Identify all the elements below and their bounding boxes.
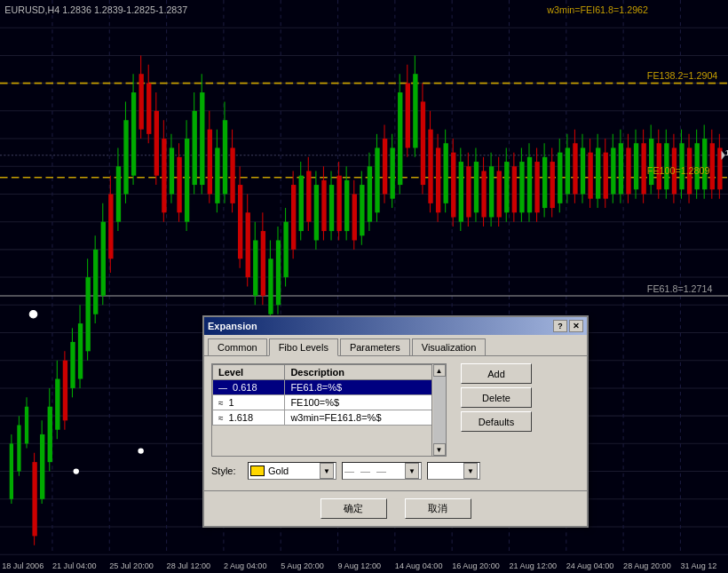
svg-text:21 Aug 12:00: 21 Aug 12:00: [509, 561, 557, 570]
tab-visualization[interactable]: Visualization: [412, 338, 487, 355]
svg-text:24 Aug 04:00: 24 Aug 04:00: [566, 561, 614, 570]
levels-table-wrapper: Level Description — 0.: [211, 363, 447, 457]
svg-rect-130: [352, 194, 357, 240]
svg-rect-72: [131, 92, 136, 176]
svg-rect-126: [336, 176, 341, 231]
tab-common[interactable]: Common: [208, 338, 267, 355]
dialog-title: Expansion: [208, 321, 553, 331]
color-swatch: [250, 466, 265, 476]
svg-point-60: [74, 468, 79, 474]
dialog-titlebar: Expansion ? ✕: [204, 317, 587, 335]
levels-table: Level Description — 0.: [212, 364, 432, 426]
svg-text:28 Jul 12:00: 28 Jul 12:00: [167, 561, 211, 570]
cancel-button[interactable]: 取消: [405, 498, 471, 519]
svg-text:21 Jul 04:00: 21 Jul 04:00: [52, 561, 97, 570]
svg-text:w3min=FEI61.8=1.2962: w3min=FEI61.8=1.2962: [546, 4, 648, 15]
col-header-level: Level: [213, 365, 285, 380]
svg-text:FE100=1.2809: FE100=1.2809: [647, 165, 710, 176]
svg-text:18 Jul 2006: 18 Jul 2006: [2, 561, 44, 570]
svg-rect-134: [368, 166, 372, 221]
delete-button[interactable]: Delete: [461, 387, 532, 408]
svg-text:EURUSD,H4  1.2836  1.2839-1.28: EURUSD,H4 1.2836 1.2839-1.2825-1.2837: [4, 4, 187, 15]
line-style-combo[interactable]: — — — ▼: [342, 462, 422, 480]
col-header-description: Description: [285, 365, 432, 380]
svg-text:9 Aug 12:00: 9 Aug 12:00: [338, 561, 382, 570]
dialog-title-controls: ? ✕: [553, 320, 583, 332]
table-row[interactable]: — 0.618 FE61.8=%$: [213, 380, 432, 395]
tab-fibo-levels[interactable]: Fibo Levels: [269, 338, 338, 356]
expansion-dialog[interactable]: Expansion ? ✕ Common Fibo Levels Paramet…: [202, 315, 589, 528]
svg-rect-70: [123, 120, 128, 194]
line-width-arrow[interactable]: ▼: [463, 463, 478, 479]
svg-rect-64: [101, 222, 106, 296]
svg-text:FE138.2=1.2904: FE138.2=1.2904: [647, 71, 718, 82]
svg-text:25 Jul 20:00: 25 Jul 20:00: [109, 561, 154, 570]
svg-text:31 Aug 12: 31 Aug 12: [680, 561, 716, 570]
svg-text:28 Aug 20:00: 28 Aug 20:00: [623, 561, 671, 570]
levels-action-buttons: Add Delete Defaults: [461, 363, 532, 457]
defaults-button[interactable]: Defaults: [461, 411, 532, 432]
svg-text:FE61.8=1.2714: FE61.8=1.2714: [647, 283, 713, 294]
scroll-up-arrow[interactable]: ▲: [433, 364, 446, 377]
table-row[interactable]: ≈ 1 FE100=%$: [213, 395, 432, 410]
svg-text:2 Aug 04:00: 2 Aug 04:00: [224, 561, 267, 570]
dialog-main-content: Level Description — 0.: [204, 356, 587, 487]
svg-text:16 Aug 20:00: 16 Aug 20:00: [452, 561, 500, 570]
table-scrollbar[interactable]: ▲ ▼: [431, 364, 446, 456]
svg-text:14 Aug 04:00: 14 Aug 04:00: [395, 561, 443, 570]
chart-container: FE138.2=1.2904 FE100=1.2809 FE61.8=1.271…: [0, 0, 728, 573]
dialog-tabs: Common Fibo Levels Parameters Visualizat…: [204, 335, 587, 356]
scroll-track: [433, 377, 446, 443]
svg-point-43: [29, 311, 37, 318]
scroll-down-arrow[interactable]: ▼: [433, 443, 446, 456]
tab-parameters[interactable]: Parameters: [340, 338, 410, 355]
style-row: Style: Gold ▼ — — — ▼ ▼: [211, 462, 580, 480]
dialog-help-button[interactable]: ?: [553, 320, 567, 332]
table-row[interactable]: ≈ 1.618 w3min=FE161.8=%$: [213, 410, 432, 426]
style-label: Style:: [211, 466, 242, 476]
dialog-bottom-buttons: 确定 取消: [204, 490, 587, 526]
add-button[interactable]: Add: [461, 363, 532, 384]
ok-button[interactable]: 确定: [320, 498, 387, 519]
svg-text:5 Aug 20:00: 5 Aug 20:00: [281, 561, 324, 570]
color-combo-arrow[interactable]: ▼: [320, 463, 334, 479]
line-style-arrow[interactable]: ▼: [405, 463, 419, 479]
svg-rect-196: [604, 153, 608, 199]
color-combo[interactable]: Gold ▼: [248, 462, 336, 480]
dialog-close-button[interactable]: ✕: [569, 320, 583, 332]
line-width-combo[interactable]: ▼: [427, 462, 480, 480]
svg-rect-68: [116, 166, 121, 221]
svg-rect-62: [93, 250, 98, 314]
svg-point-61: [138, 449, 143, 454]
svg-rect-74: [138, 74, 143, 129]
